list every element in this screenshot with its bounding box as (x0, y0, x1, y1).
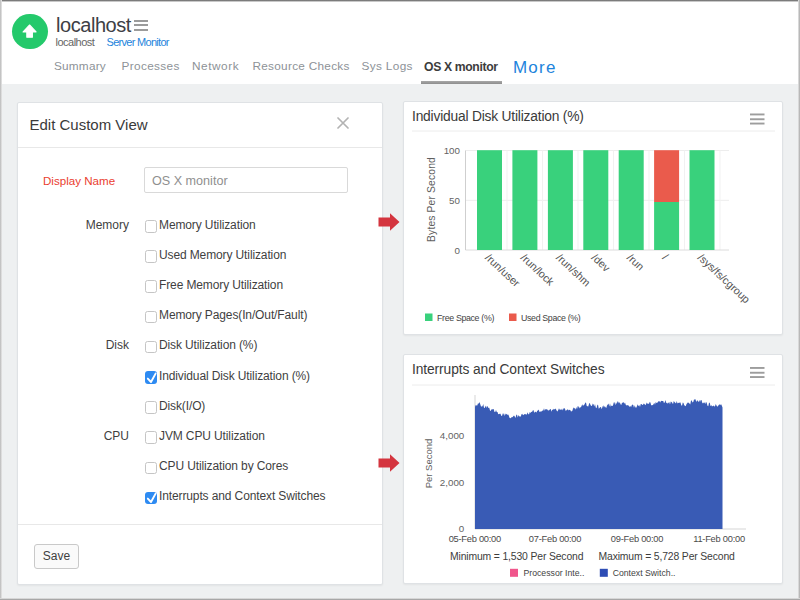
svg-text:0: 0 (459, 523, 465, 534)
svg-text:Per Second: Per Second (423, 439, 434, 489)
svg-text:Bytes Per Second: Bytes Per Second (426, 157, 437, 242)
svg-text:Context Switch..: Context Switch.. (613, 568, 676, 578)
svg-text:Maximum = 5,728 Per Second: Maximum = 5,728 Per Second (599, 551, 736, 562)
svg-text:100: 100 (444, 145, 461, 156)
svg-text:/run: /run (625, 251, 647, 272)
svg-text:50: 50 (449, 195, 460, 206)
svg-text:07-Feb 00:00: 07-Feb 00:00 (529, 534, 581, 544)
svg-text:/run/shm: /run/shm (554, 251, 593, 288)
svg-text:05-Feb 00:00: 05-Feb 00:00 (449, 534, 501, 544)
svg-text:2,000: 2,000 (440, 477, 465, 488)
svg-text:11-Feb 00:00: 11-Feb 00:00 (693, 534, 745, 544)
svg-text:Individual Disk Utilization (%: Individual Disk Utilization (%) (412, 109, 584, 124)
svg-text:Free Space (%): Free Space (%) (437, 313, 494, 323)
svg-text:Interrupts and Context Switche: Interrupts and Context Switches (412, 362, 605, 377)
svg-text:Processor Inte..: Processor Inte.. (524, 568, 585, 578)
svg-text:/dev: /dev (589, 251, 613, 274)
svg-text:Used Space (%): Used Space (%) (521, 313, 581, 323)
svg-text:09-Feb 00:00: 09-Feb 00:00 (611, 534, 663, 544)
svg-text:/: / (660, 251, 670, 262)
svg-text:/run/user: /run/user (483, 251, 523, 289)
svg-text:/sys/fs/cgroup: /sys/fs/cgroup (696, 251, 753, 305)
svg-text:/run/lock: /run/lock (519, 251, 557, 288)
svg-text:0: 0 (455, 245, 461, 256)
svg-text:Minimum = 1,530 Per Second: Minimum = 1,530 Per Second (450, 551, 584, 562)
svg-text:4,000: 4,000 (440, 430, 465, 441)
